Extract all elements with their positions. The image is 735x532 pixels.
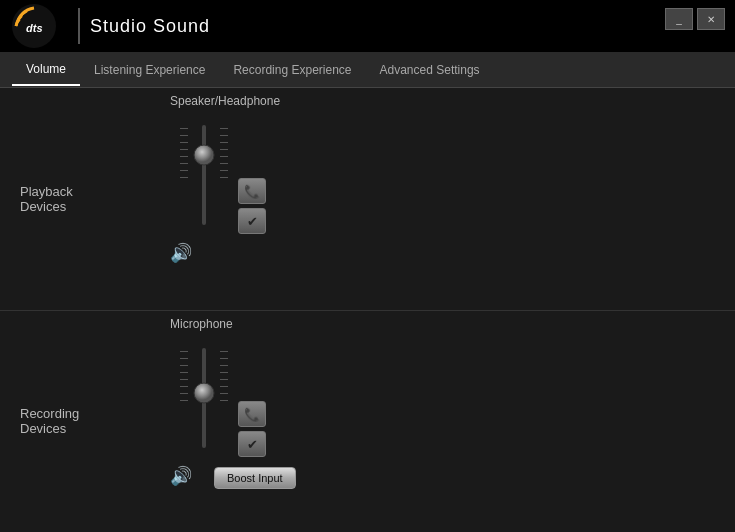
recording-device-label: Microphone xyxy=(160,317,735,331)
close-button[interactable]: ✕ xyxy=(697,8,725,30)
playback-controls-row: 📞 ✔ xyxy=(160,120,735,234)
recording-action-buttons: 📞 ✔ xyxy=(238,401,266,457)
playback-ticks xyxy=(180,128,188,178)
content-area: Speaker/Headphone xyxy=(160,88,735,532)
playback-phone-button[interactable]: 📞 xyxy=(238,178,266,204)
playback-label-line1: Playback xyxy=(20,184,73,199)
nav-recording[interactable]: Recording Experience xyxy=(219,55,365,85)
recording-volume-icon: 🔊 xyxy=(170,465,192,487)
playback-section: Speaker/Headphone xyxy=(160,88,735,310)
recording-label-line1: Recording xyxy=(20,406,79,421)
dts-circle-icon: dts xyxy=(12,4,56,48)
recording-controls-row: 📞 ✔ xyxy=(160,343,735,457)
boost-input-button[interactable]: Boost Input xyxy=(214,467,296,489)
playback-device-label: Speaker/Headphone xyxy=(160,94,735,108)
app-title: Studio Sound xyxy=(90,16,210,37)
sidebar-recording: Recording Devices xyxy=(0,311,160,533)
recording-phone-icon: 📞 xyxy=(244,407,260,422)
nav-advanced[interactable]: Advanced Settings xyxy=(366,55,494,85)
recording-section: Microphone xyxy=(160,310,735,532)
nav-volume[interactable]: Volume xyxy=(12,54,80,86)
main-content: Playback Devices Recording Devices Speak… xyxy=(0,88,735,532)
playback-check-icon: ✔ xyxy=(247,214,258,229)
logo-area: dts Studio Sound xyxy=(12,4,210,48)
playback-volume-icon: 🔊 xyxy=(170,242,192,264)
window-controls: _ ✕ xyxy=(665,8,725,30)
nav-listening[interactable]: Listening Experience xyxy=(80,55,219,85)
playback-label-line2: Devices xyxy=(20,199,73,214)
recording-bottom-row: 🔊 Boost Input xyxy=(160,463,735,489)
playback-action-buttons: 📞 ✔ xyxy=(238,178,266,234)
playback-check-button[interactable]: ✔ xyxy=(238,208,266,234)
recording-phone-button[interactable]: 📞 xyxy=(238,401,266,427)
recording-label-line2: Devices xyxy=(20,421,79,436)
recording-check-button[interactable]: ✔ xyxy=(238,431,266,457)
playback-slider[interactable] xyxy=(192,120,216,230)
logo-divider xyxy=(78,8,80,44)
recording-ticks xyxy=(180,351,188,401)
app-header: dts Studio Sound _ ✕ xyxy=(0,0,735,52)
recording-slider[interactable] xyxy=(192,343,216,453)
nav-bar: Volume Listening Experience Recording Ex… xyxy=(0,52,735,88)
svg-rect-2 xyxy=(202,125,206,225)
dts-logo: dts xyxy=(12,4,56,48)
recording-check-icon: ✔ xyxy=(247,437,258,452)
recording-ticks-right xyxy=(220,351,228,401)
playback-ticks-right xyxy=(220,128,228,178)
playback-phone-icon: 📞 xyxy=(244,184,260,199)
sidebar-playback: Playback Devices xyxy=(0,88,160,311)
minimize-button[interactable]: _ xyxy=(665,8,693,30)
svg-text:dts: dts xyxy=(26,22,43,34)
svg-point-3 xyxy=(194,145,214,165)
sidebar: Playback Devices Recording Devices xyxy=(0,88,160,532)
playback-volume-area: 🔊 xyxy=(160,242,735,264)
svg-point-5 xyxy=(194,383,214,403)
